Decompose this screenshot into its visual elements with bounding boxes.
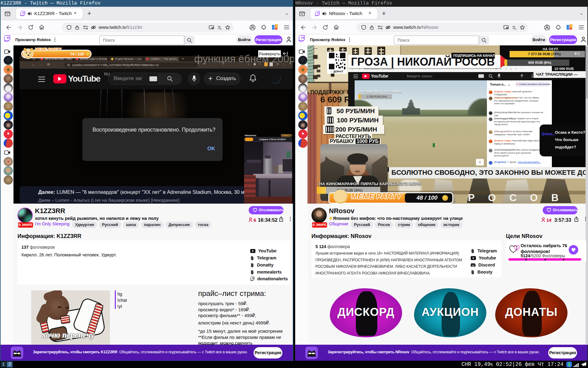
svg-text:!: !: [276, 25, 277, 28]
svg-text:A: A: [514, 27, 516, 30]
svg-text:A: A: [220, 27, 222, 30]
svg-text:!: !: [571, 25, 571, 28]
